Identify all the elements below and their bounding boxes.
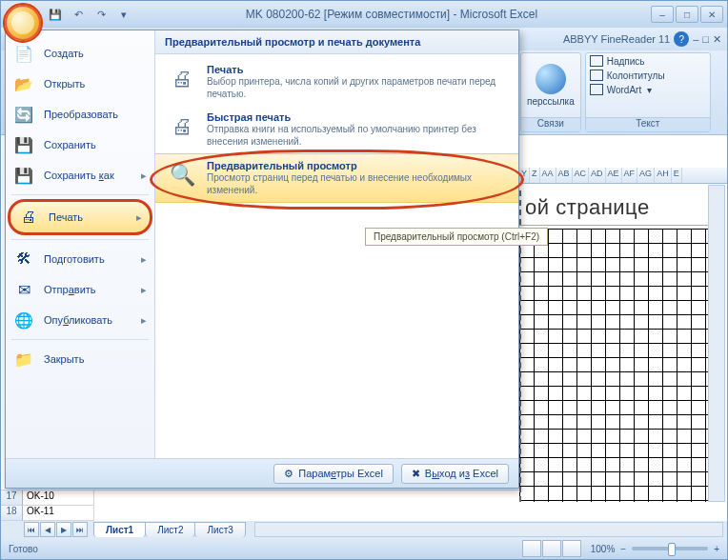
ribbon-close-button[interactable]: ✕ xyxy=(713,33,721,46)
menu-item-prepare[interactable]: 🛠Подготовить▸ xyxy=(6,244,154,274)
window-close-button[interactable]: ✕ xyxy=(700,6,723,23)
wordart-icon xyxy=(590,84,603,95)
submenu-print-preview[interactable]: 🔍 Предварительный просмотрПросмотр стран… xyxy=(155,153,518,203)
menu-item-open[interactable]: 📂Открыть xyxy=(6,69,154,99)
printer-icon: 🖨 xyxy=(167,64,197,94)
ribbon-minimize-button[interactable]: – xyxy=(693,33,698,45)
horizontal-scrollbar[interactable] xyxy=(254,522,723,537)
menu-item-create[interactable]: 📄Создать xyxy=(6,38,154,69)
wordart-button[interactable]: WordArt▾ xyxy=(590,84,706,95)
vertical-scrollbar[interactable] xyxy=(708,185,725,502)
ribbon-group-links-label: Связи xyxy=(521,117,580,131)
status-ready: Готово xyxy=(9,544,38,554)
hyperlink-icon[interactable] xyxy=(536,64,566,94)
publish-icon: 🌐 xyxy=(13,310,34,330)
sheet-tab-nav[interactable]: ⏮◀▶⏭ xyxy=(24,522,88,537)
menu-separator xyxy=(11,239,149,240)
zoom-control[interactable]: 100% − + xyxy=(591,544,719,554)
menu-separator xyxy=(11,194,149,195)
menu-item-send[interactable]: ✉Отправить▸ xyxy=(6,274,154,305)
menu-item-convert[interactable]: 🔄Преобразовать xyxy=(6,99,154,130)
zoom-level[interactable]: 100% xyxy=(591,544,616,554)
office-button[interactable] xyxy=(3,3,43,43)
menu-item-publish[interactable]: 🌐Опубликовать▸ xyxy=(6,305,154,335)
menu-item-save-as[interactable]: 💾Сохранить как▸ xyxy=(6,160,154,190)
row-header[interactable]: 17 xyxy=(1,490,23,506)
new-icon: 📄 xyxy=(13,43,34,64)
send-icon: ✉ xyxy=(13,279,34,300)
header-footer-icon xyxy=(590,70,603,81)
qat-save-icon[interactable]: 💾 xyxy=(47,6,64,23)
ribbon-restore-button[interactable]: □ xyxy=(702,33,709,45)
worksheet-grid[interactable] xyxy=(519,229,710,502)
exit-icon: ✖ xyxy=(412,468,420,480)
magnifier-icon: 🔍 xyxy=(167,160,197,190)
addin-name[interactable]: ABBYY FineReader 11 xyxy=(563,33,670,45)
help-icon[interactable]: ? xyxy=(674,31,689,47)
window-minimize-button[interactable]: – xyxy=(651,6,674,23)
column-headers[interactable]: YZAAABACADAEAFAGAHE xyxy=(519,168,727,184)
page-watermark-text: ой странице xyxy=(519,190,710,226)
qat-redo-icon[interactable]: ↷ xyxy=(92,6,110,23)
cell[interactable]: OK-11 xyxy=(23,506,94,521)
menu-item-print[interactable]: 🖨Печать▸ xyxy=(8,199,152,235)
quick-print-icon: 🖨 xyxy=(167,111,197,142)
textbox-icon xyxy=(590,55,603,67)
sheet-tab-3[interactable]: Лист3 xyxy=(194,522,245,537)
menu-item-close[interactable]: 📁Закрыть xyxy=(6,344,154,374)
qat-undo-icon[interactable]: ↶ xyxy=(70,6,87,23)
convert-icon: 🔄 xyxy=(13,104,34,125)
tooltip: Предварительный просмотр (Ctrl+F2) xyxy=(365,228,548,246)
save-as-icon: 💾 xyxy=(13,165,34,186)
close-icon: 📁 xyxy=(13,349,34,370)
ribbon-group-text: Надпись Колонтитулы WordArt▾ Текст xyxy=(585,52,711,132)
save-icon: 💾 xyxy=(13,134,34,155)
open-icon: 📂 xyxy=(13,73,34,94)
cell[interactable]: OK-10 xyxy=(23,490,94,506)
hyperlink-label[interactable]: перссылка xyxy=(527,96,575,107)
print-icon: 🖨 xyxy=(18,207,39,228)
office-menu-left: 📄Создать 📂Открыть 🔄Преобразовать 💾Сохран… xyxy=(6,30,155,458)
options-icon: ⚙ xyxy=(284,468,293,480)
submenu-print[interactable]: 🖨 ПечатьВыбор принтера, числа копий и др… xyxy=(155,58,518,106)
qat-customize-icon[interactable]: ▾ xyxy=(115,6,132,23)
view-buttons[interactable] xyxy=(522,540,581,557)
visible-rows: 17 OK-10 18 OK-11 xyxy=(1,490,519,521)
excel-options-button[interactable]: ⚙Параметры Excel xyxy=(273,464,394,484)
header-footer-button[interactable]: Колонтитулы xyxy=(590,70,706,81)
window-title: MK 080200-62 [Режим совместимости] - Mic… xyxy=(132,8,651,21)
submenu-header: Предварительный просмотр и печать докуме… xyxy=(155,30,518,54)
zoom-slider[interactable] xyxy=(632,547,708,550)
zoom-out-button[interactable]: − xyxy=(620,544,626,554)
zoom-in-button[interactable]: + xyxy=(714,544,719,554)
prepare-icon: 🛠 xyxy=(13,249,34,270)
submenu-quick-print[interactable]: 🖨 Быстрая печатьОтправка книги на исполь… xyxy=(155,106,518,153)
office-menu: 📄Создать 📂Открыть 🔄Преобразовать 💾Сохран… xyxy=(5,30,519,489)
ribbon-group-text-label: Текст xyxy=(586,117,710,131)
exit-excel-button[interactable]: ✖Выход из Excel xyxy=(401,464,509,484)
sheet-tab-1[interactable]: Лист1 xyxy=(93,522,146,537)
textbox-button[interactable]: Надпись xyxy=(590,55,706,67)
row-header[interactable]: 18 xyxy=(1,506,23,521)
menu-item-save[interactable]: 💾Сохранить xyxy=(6,130,154,160)
ribbon-group-links: перссылка Связи xyxy=(520,52,581,132)
menu-separator xyxy=(11,339,149,340)
sheet-tab-2[interactable]: Лист2 xyxy=(145,522,195,537)
window-maximize-button[interactable]: □ xyxy=(676,6,698,23)
